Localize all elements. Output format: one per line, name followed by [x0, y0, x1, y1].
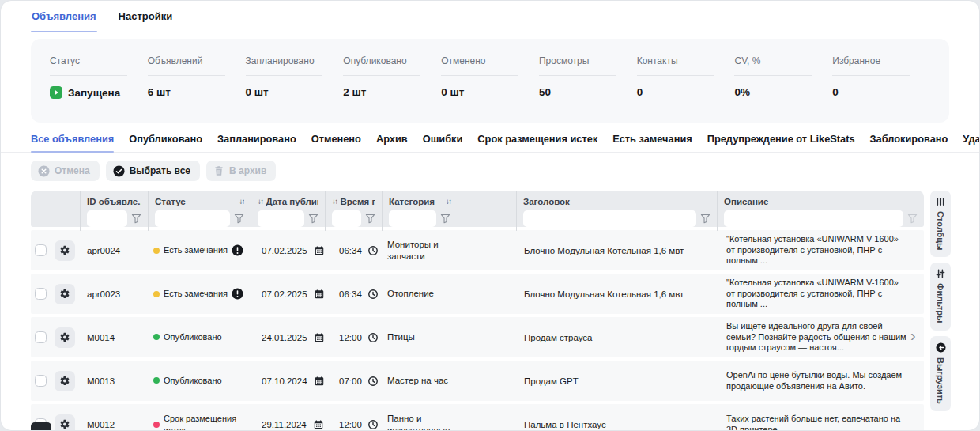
filter-tab-archive[interactable]: Архив	[376, 133, 408, 152]
filter-input-description[interactable]	[724, 210, 903, 227]
row-checkbox[interactable]	[35, 331, 47, 343]
filters-icon	[936, 269, 945, 278]
cancel-button[interactable]: Отмена	[31, 161, 100, 181]
page-card: Объявления Настройки Статус Запущена Объ…	[0, 0, 980, 431]
stat-scheduled: Запланировано 0 шт	[246, 39, 344, 123]
export-button[interactable]: Выгрузить	[930, 336, 951, 411]
calendar-icon[interactable]	[313, 419, 324, 430]
filter-input-id[interactable]	[87, 210, 127, 227]
row-time: 07:00	[339, 376, 362, 386]
row-time: 12:00	[339, 420, 362, 429]
filter-tab-remarks[interactable]: Есть замечания	[612, 133, 692, 152]
row-time: 12:00	[339, 333, 362, 342]
column-header-title[interactable]: Заголовок	[516, 191, 717, 231]
columns-icon	[936, 197, 945, 206]
sort-icon[interactable]: ↓↑	[239, 197, 245, 206]
row-checkbox[interactable]	[35, 244, 47, 256]
row-description: Таких растений больше нет, еапечатано на…	[717, 414, 924, 431]
status-text: Есть замечания	[164, 288, 228, 299]
row-category: Отопление	[387, 288, 434, 300]
column-header-id[interactable]: ID объявле...↓↑	[80, 191, 148, 231]
play-badge-icon	[50, 86, 62, 99]
table-header: ID объявле...↓↑ Статус↓↑ ↓↑Дата публика.…	[31, 191, 924, 227]
table-row: M0014 Опубликовано 24.01.2025 12:00 Птиц…	[31, 317, 924, 357]
funnel-icon[interactable]	[308, 214, 318, 224]
filters-button[interactable]: Фильтры	[930, 263, 951, 330]
select-all-button[interactable]: Выбрать все	[106, 161, 200, 181]
stat-value: Запущена	[68, 87, 120, 99]
clock-icon[interactable]	[368, 332, 379, 343]
clock-icon[interactable]	[368, 245, 379, 256]
status-dot	[153, 377, 160, 384]
info-icon[interactable]	[232, 244, 243, 256]
tab-listings[interactable]: Объявления	[31, 10, 97, 32]
stat-cv: CV, % 0%	[734, 39, 832, 123]
calendar-icon[interactable]	[314, 289, 325, 300]
info-icon[interactable]	[232, 288, 243, 300]
filter-tab-all[interactable]: Все объявления	[31, 133, 114, 152]
column-header-status[interactable]: Статус↓↑	[148, 191, 251, 231]
filter-tab-expired[interactable]: Срок размещения истек	[477, 133, 597, 152]
status-dot	[153, 291, 160, 297]
funnel-icon[interactable]	[365, 214, 375, 224]
row-title: Блочно Модульная Котельная 1,6 мвт	[516, 246, 717, 255]
clock-icon[interactable]	[368, 376, 379, 387]
row-checkbox[interactable]	[35, 375, 47, 387]
row-gear-button[interactable]	[55, 371, 75, 391]
column-header-description[interactable]: Описание	[717, 191, 924, 231]
filter-input-time[interactable]	[332, 210, 361, 227]
filter-input-status[interactable]	[155, 210, 230, 227]
row-checkbox[interactable]	[35, 288, 47, 300]
row-description: Вы ищете идеального друга для своей семь…	[717, 321, 924, 353]
header-gear-spacer	[50, 191, 80, 231]
row-category: Мастер на час	[387, 375, 448, 387]
row-gear-button[interactable]	[55, 284, 75, 304]
calendar-icon[interactable]	[314, 332, 325, 343]
row-id: M0013	[80, 376, 148, 386]
clock-icon[interactable]	[368, 419, 379, 430]
row-title: Продам страуса	[516, 333, 717, 342]
row-gear-button[interactable]	[55, 327, 75, 348]
listings-table: ID объявле...↓↑ Статус↓↑ ↓↑Дата публика.…	[31, 191, 924, 431]
row-id: M0012	[80, 420, 148, 429]
clock-icon[interactable]	[368, 289, 379, 300]
column-header-category[interactable]: Категория↓↑	[382, 191, 516, 231]
stats-panel: Статус Запущена Объявлений 6 шт Запланир…	[31, 39, 949, 123]
columns-settings-button[interactable]: Столбцы	[930, 191, 951, 257]
sort-icon[interactable]: ↓↑	[446, 197, 451, 206]
filter-input-category[interactable]	[389, 210, 436, 227]
filter-tab-cancelled[interactable]: Отменено	[311, 133, 361, 152]
column-header-date[interactable]: ↓↑Дата публика...	[251, 191, 325, 231]
row-description: "Котельная установка «UNIWARM V-1600» от…	[717, 234, 924, 267]
filter-tab-blocked[interactable]: Заблокировано	[870, 133, 948, 152]
funnel-icon[interactable]	[907, 214, 918, 224]
calendar-icon[interactable]	[314, 376, 325, 387]
sort-icon[interactable]: ↓↑	[332, 197, 337, 206]
row-description: "Котельная установка «UNIWARM V-1600» от…	[717, 278, 924, 310]
row-date: 07.02.2025	[262, 246, 307, 255]
filter-tab-deleted[interactable]: Удалено	[963, 133, 980, 152]
filter-input-date[interactable]	[258, 210, 304, 227]
column-header-time[interactable]: ↓↑Время пуб...	[325, 191, 382, 231]
row-gear-button[interactable]	[55, 414, 75, 431]
top-tab-bar: Объявления Настройки	[1, 1, 979, 32]
filter-input-title[interactable]	[523, 210, 696, 227]
funnel-icon[interactable]	[440, 214, 450, 224]
row-category: Мониторы и запчасти	[387, 239, 463, 263]
tab-settings[interactable]: Настройки	[118, 10, 174, 32]
archive-button[interactable]: В архив	[206, 161, 276, 181]
table-row: M0012 Срок размещения истек 29.11.2024 1…	[31, 404, 924, 431]
row-id: M0014	[80, 333, 148, 342]
filter-tab-published[interactable]: Опубликовано	[129, 133, 202, 152]
filter-tab-likestats-warning[interactable]: Предупреждение от LikeStats	[707, 133, 855, 152]
table-row: apr0023 Есть замечания 07.02.2025 06:34 …	[31, 274, 924, 314]
funnel-icon[interactable]	[131, 214, 141, 224]
calendar-icon[interactable]	[314, 245, 325, 256]
funnel-icon[interactable]	[234, 214, 244, 224]
row-gear-button[interactable]	[55, 240, 75, 261]
filter-tab-scheduled[interactable]: Запланировано	[217, 133, 296, 152]
sort-icon[interactable]: ↓↑	[258, 197, 263, 206]
funnel-icon[interactable]	[700, 214, 710, 224]
filter-tab-errors[interactable]: Ошибки	[423, 133, 463, 152]
scroll-right-chevron-icon[interactable]: ›	[910, 327, 916, 345]
